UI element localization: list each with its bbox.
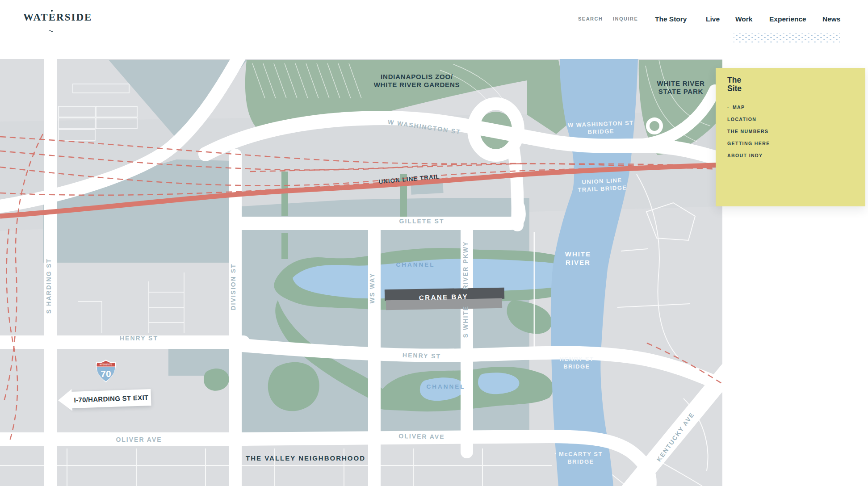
river-pkwy-label: RIVER PKWY <box>462 241 469 290</box>
washington-bridge-label: W WASHINGTON STBRIDGE <box>567 119 634 136</box>
division-st-label: DIVISION ST <box>230 263 237 310</box>
active-item-bullet: · <box>727 105 730 110</box>
logo[interactable]: WATERSIDE <box>23 12 92 23</box>
exit-banner-label: I-70/HARDING ST EXIT <box>74 394 148 404</box>
valley-neighborhood-label: THE VALLEY NEIGHBORHOOD <box>246 454 365 462</box>
panel-item-about-indy[interactable]: ABOUT INDY <box>727 153 763 158</box>
zoo-label: INDIANAPOLIS ZOO/WHITE RIVER GARDENS <box>374 73 460 89</box>
site-header: WATERSIDE SEARCH INQUIRE The Story Live … <box>0 0 868 59</box>
henry-st-west-label: HENRY ST <box>120 335 158 342</box>
logo-wave-icon <box>48 26 54 28</box>
highway-exit-arrow-banner: I-70/HARDING ST EXIT <box>71 389 151 408</box>
ws-way-label: WS WAY <box>369 272 376 303</box>
union-trail-bridge-label: UNION LINETRAIL BRIDGE <box>577 176 627 194</box>
route-number: 70 <box>101 369 111 379</box>
henry-st-bridge-label: HENRY STBRIDGE <box>559 355 594 370</box>
channel-lower-label: CHANNEL <box>427 383 465 390</box>
nav-live[interactable]: Live <box>706 15 720 23</box>
inquire-link[interactable]: INQUIRE <box>613 16 638 21</box>
channel-upper-label: CHANNEL <box>396 261 435 268</box>
nav-news[interactable]: News <box>822 15 841 23</box>
white-river-label: WHITERIVER <box>565 250 591 267</box>
oliver-ave-east-label: OLIVER AVE <box>398 432 444 440</box>
panel-item-location[interactable]: LOCATION <box>727 117 756 122</box>
dotted-pattern-decoration <box>734 33 840 44</box>
s-harding-st-label: S HARDING ST <box>45 258 52 314</box>
panel-item-getting-here[interactable]: GETTING HERE <box>727 141 770 146</box>
site-map: INDIANAPOLIS ZOO/WHITE RIVER GARDENS WHI… <box>0 59 722 486</box>
interstate-label: INTERSTATE <box>100 364 112 366</box>
state-park-label: WHITE RIVERSTATE PARK <box>657 80 704 96</box>
search-link[interactable]: SEARCH <box>578 16 603 21</box>
interstate-70-shield-icon: INTERSTATE 70 <box>96 359 116 383</box>
gillete-st-label: GILLETE ST <box>399 218 444 225</box>
panel-item-the-numbers[interactable]: THE NUMBERS <box>727 129 768 134</box>
panel-item-map[interactable]: ·MAP <box>727 105 745 110</box>
s-white-label: S WHITE <box>462 306 469 338</box>
crane-bay-label: CRANE BAY <box>419 293 469 302</box>
panel-title: The Site <box>727 76 742 93</box>
nav-experience[interactable]: Experience <box>769 15 806 23</box>
mccarty-bridge-label: McCARTY STBRIDGE <box>559 450 603 465</box>
henry-st-east-label: HENRY ST <box>403 352 441 360</box>
nav-work[interactable]: Work <box>735 15 752 23</box>
the-site-panel: The Site ·MAP LOCATION THE NUMBERS GETTI… <box>716 68 865 206</box>
oliver-ave-west-label: OLIVER AVE <box>116 436 162 443</box>
nav-the-story[interactable]: The Story <box>655 15 687 23</box>
